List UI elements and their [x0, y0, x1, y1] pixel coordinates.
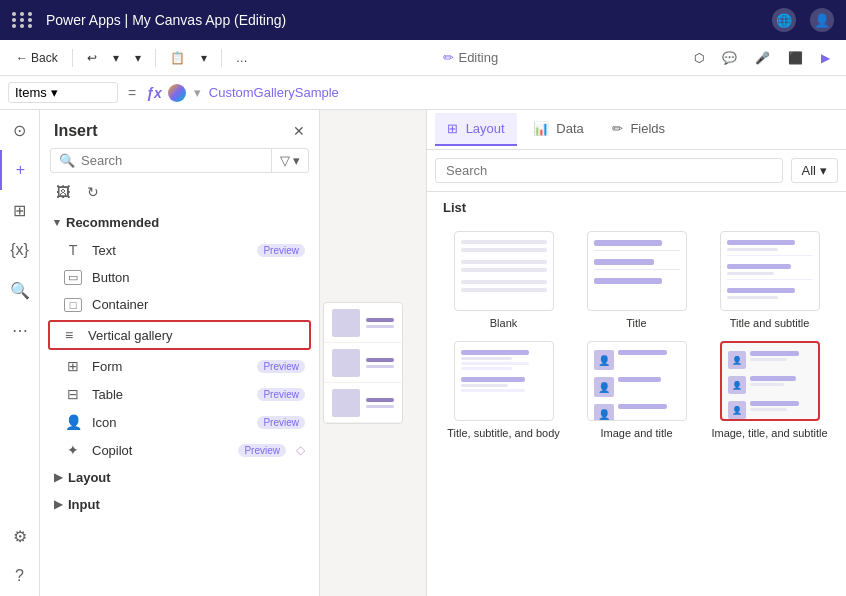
chevron-right-icon: ▶ — [54, 498, 62, 511]
strip-item-3 — [324, 383, 402, 423]
form-icon: ⊞ — [64, 358, 82, 374]
filter-button[interactable]: ▽ ▾ — [271, 149, 308, 172]
share-button[interactable]: ⬡ — [688, 48, 710, 68]
dropdown-arrow-icon: ▾ — [51, 85, 58, 100]
icon-item[interactable]: 👤 Icon Preview — [40, 408, 319, 436]
main-area: ⊞ Layout 📊 Data ✏ Fields All ▾ List — [320, 110, 846, 596]
text-item[interactable]: T Text Preview — [40, 236, 319, 264]
recommended-section-header[interactable]: ▾ Recommended — [40, 209, 319, 236]
form-item[interactable]: ⊞ Form Preview — [40, 352, 319, 380]
container-item[interactable]: □ Container — [40, 291, 319, 318]
share-icon: ⬡ — [694, 51, 704, 65]
strip-item-1 — [324, 303, 402, 343]
export-button[interactable]: ⬛ — [782, 48, 809, 68]
help-icon[interactable]: ? — [0, 556, 40, 596]
layout-item-image-title-subtitle[interactable]: 👤 👤 👤 — [709, 341, 830, 439]
search-input[interactable] — [81, 153, 263, 168]
input-section-header[interactable]: ▶ Input — [40, 491, 319, 518]
property-dropdown[interactable]: Items ▾ — [8, 82, 118, 103]
canvas-strip — [323, 302, 403, 424]
input-section-label: Input — [68, 497, 100, 512]
variable-icon[interactable]: {x} — [0, 230, 40, 270]
layers-icon[interactable]: ⊙ — [0, 110, 40, 150]
back-button[interactable]: ← Back — [10, 48, 64, 68]
chat-button[interactable]: 💬 — [716, 48, 743, 68]
diamond-icon: ◇ — [296, 443, 305, 457]
layout-thumb-blank — [454, 231, 554, 311]
mic-icon: 🎤 — [755, 51, 770, 65]
properties-panel: ⊞ Layout 📊 Data ✏ Fields All ▾ List — [426, 110, 846, 596]
tab-layout[interactable]: ⊞ Layout — [435, 113, 517, 146]
paste-icon: 📋 — [170, 51, 185, 65]
scope-chevron[interactable]: ▾ — [194, 85, 201, 100]
chevron-down-icon: ▾ — [820, 163, 827, 178]
filter-all-button[interactable]: All ▾ — [791, 158, 838, 183]
layout-item-tsb[interactable]: Title, subtitle, and body — [443, 341, 564, 439]
strip-title-1 — [366, 318, 394, 322]
chat-icon: 💬 — [722, 51, 737, 65]
its-img-icon-3: 👤 — [732, 406, 742, 415]
layout-section-label: Layout — [68, 470, 111, 485]
insert-panel-header: Insert ✕ — [40, 110, 319, 148]
search-icon[interactable]: 🔍 — [0, 270, 40, 310]
chevron-down-icon: ▾ — [201, 51, 207, 65]
more-icon[interactable]: ⋯ — [0, 310, 40, 350]
chevron-down-icon: ▾ — [54, 216, 60, 229]
globe-icon[interactable]: 🌐 — [772, 8, 796, 32]
editing-indicator: ✏ Editing — [443, 50, 498, 65]
redo-dropdown[interactable]: ▾ — [129, 48, 147, 68]
app-title: Power Apps | My Canvas App (Editing) — [46, 12, 286, 28]
canvas-preview — [323, 302, 423, 424]
container-icon: □ — [64, 298, 82, 312]
tab-data[interactable]: 📊 Data — [521, 113, 596, 146]
strip-title-2 — [366, 358, 394, 362]
layout-item-image-title[interactable]: 👤 👤 👤 — [576, 341, 697, 439]
properties-tabs: ⊞ Layout 📊 Data ✏ Fields — [427, 110, 846, 150]
undo-dropdown[interactable]: ▾ — [107, 48, 125, 68]
more-button[interactable]: … — [230, 48, 254, 68]
filter-chevron: ▾ — [293, 153, 300, 168]
vertical-gallery-item-highlighted[interactable]: ≡ Vertical gallery — [48, 320, 311, 350]
button-item[interactable]: ▭ Button — [40, 264, 319, 291]
left-sidebar: ⊙ + ⊞ {x} 🔍 ⋯ ⚙ ? — [0, 110, 40, 596]
table-item[interactable]: ⊟ Table Preview — [40, 380, 319, 408]
scope-icon[interactable] — [168, 84, 186, 102]
layout-item-title-subtitle[interactable]: Title and subtitle — [709, 231, 830, 329]
layout-thumb-title — [587, 231, 687, 311]
settings-icon[interactable]: ⚙ — [0, 516, 40, 556]
text-icon: T — [64, 242, 82, 258]
data-tab-icon: 📊 — [533, 121, 549, 136]
insert-panel-title: Insert — [54, 122, 98, 140]
close-icon[interactable]: ✕ — [293, 123, 305, 139]
strip-title-3 — [366, 398, 394, 402]
insert-actions: 🖼 ↻ — [40, 181, 319, 209]
data-icon[interactable]: ⊞ — [0, 190, 40, 230]
toolbar-separator-1 — [72, 49, 73, 67]
layout-item-title[interactable]: Title — [576, 231, 697, 329]
vertical-gallery-item[interactable]: ≡ Vertical gallery — [50, 322, 309, 348]
copilot-item[interactable]: ✦ Copilot Preview ◇ — [40, 436, 319, 464]
fields-tab-icon: ✏ — [612, 121, 623, 136]
paste-dropdown[interactable]: ▾ — [195, 48, 213, 68]
layout-search-input[interactable] — [435, 158, 783, 183]
layout-section-header[interactable]: ▶ Layout — [40, 464, 319, 491]
apps-grid-icon[interactable] — [12, 12, 34, 28]
formula-value[interactable]: CustomGallerySample — [209, 85, 838, 100]
fx-icon: ƒx — [146, 85, 162, 101]
list-header: List — [427, 192, 846, 223]
image-action-icon[interactable]: 🖼 — [52, 181, 74, 203]
undo-button[interactable]: ↩ — [81, 48, 103, 68]
layout-thumb-image-title-subtitle: 👤 👤 👤 — [720, 341, 820, 421]
strip-subtitle-1 — [366, 325, 394, 328]
layout-item-blank[interactable]: Blank — [443, 231, 564, 329]
tab-fields[interactable]: ✏ Fields — [600, 113, 677, 146]
chevron-down-icon: ▾ — [135, 51, 141, 65]
play-button[interactable]: ▶ — [815, 48, 836, 68]
insert-icon[interactable]: + — [0, 150, 40, 190]
its-img-icon-1: 👤 — [732, 356, 742, 365]
user-avatar[interactable]: 👤 — [810, 8, 834, 32]
mic-button[interactable]: 🎤 — [749, 48, 776, 68]
paste-button[interactable]: 📋 — [164, 48, 191, 68]
insert-search-box[interactable]: 🔍 ▽ ▾ — [50, 148, 309, 173]
refresh-action-icon[interactable]: ↻ — [82, 181, 104, 203]
